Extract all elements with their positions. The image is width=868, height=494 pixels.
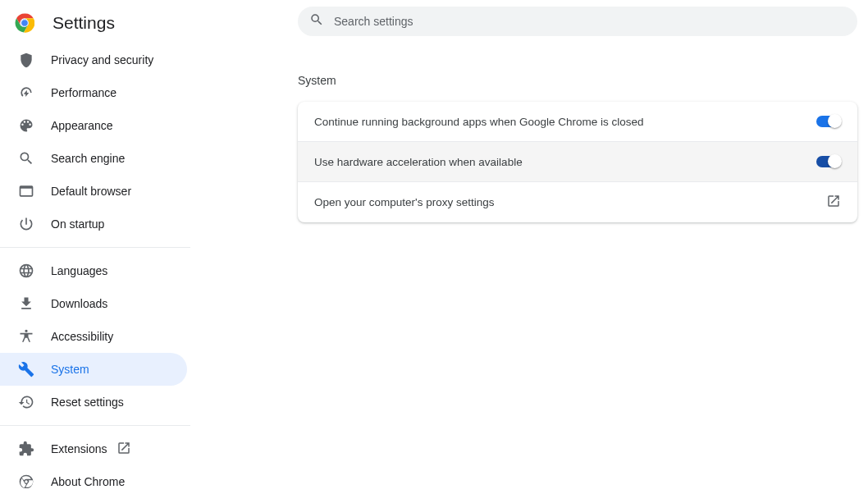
- nav-group-about: Extensions About Chrome: [0, 426, 190, 488]
- extension-icon: [18, 441, 34, 457]
- row-hardware-acceleration: Use hardware acceleration when available: [298, 142, 857, 182]
- main-content: System Continue running background apps …: [298, 7, 857, 222]
- system-settings-card: Continue running background apps when Go…: [298, 102, 857, 222]
- chrome-outline-icon: [18, 473, 34, 488]
- external-link-icon: [116, 441, 131, 458]
- sidebar[interactable]: Privacy and security Performance Appeara…: [0, 37, 190, 488]
- sidebar-item-system[interactable]: System: [0, 353, 187, 386]
- sidebar-item-label: Privacy and security: [51, 53, 153, 66]
- palette-icon: [18, 117, 34, 134]
- sidebar-item-extensions[interactable]: Extensions: [0, 432, 187, 465]
- shield-icon: [18, 52, 34, 68]
- sidebar-item-label: Accessibility: [51, 330, 113, 343]
- restore-icon: [18, 394, 34, 410]
- search-input[interactable]: [334, 15, 826, 28]
- sidebar-item-about[interactable]: About Chrome: [0, 465, 187, 488]
- sidebar-item-label: Downloads: [51, 297, 107, 310]
- sidebar-item-label: Default browser: [51, 185, 131, 198]
- accessibility-icon: [18, 328, 34, 345]
- sidebar-item-label: On startup: [51, 217, 104, 231]
- sidebar-item-label: Reset settings: [51, 396, 124, 409]
- sidebar-item-search-engine[interactable]: Search engine: [0, 142, 187, 175]
- sidebar-item-on-startup[interactable]: On startup: [0, 208, 187, 240]
- sidebar-item-label: Extensions: [51, 442, 107, 455]
- sidebar-item-label: About Chrome: [51, 475, 125, 488]
- page-title: Settings: [53, 13, 115, 33]
- sidebar-item-label: Languages: [51, 264, 107, 277]
- row-label: Continue running background apps when Go…: [314, 116, 644, 128]
- power-icon: [18, 216, 34, 232]
- sidebar-item-label: Appearance: [51, 119, 113, 132]
- globe-icon: [18, 263, 34, 279]
- sidebar-item-label: Performance: [51, 86, 116, 99]
- sidebar-item-performance[interactable]: Performance: [0, 76, 187, 109]
- browser-icon: [18, 183, 34, 199]
- search-box[interactable]: [298, 7, 857, 36]
- sidebar-item-appearance[interactable]: Appearance: [0, 109, 187, 142]
- search-icon: [18, 150, 34, 167]
- speedometer-icon: [18, 85, 34, 101]
- sidebar-item-languages[interactable]: Languages: [0, 254, 187, 287]
- row-background-apps: Continue running background apps when Go…: [298, 102, 857, 142]
- search-icon: [309, 12, 324, 30]
- chrome-logo-icon: [15, 13, 34, 33]
- external-link-icon: [826, 194, 841, 211]
- wrench-icon: [18, 361, 34, 377]
- download-icon: [18, 295, 34, 312]
- row-proxy-settings[interactable]: Open your computer's proxy settings: [298, 182, 857, 222]
- row-label: Open your computer's proxy settings: [314, 196, 494, 208]
- nav-group-advanced: Languages Downloads Accessibility System…: [0, 248, 190, 426]
- sidebar-item-accessibility[interactable]: Accessibility: [0, 320, 187, 353]
- sidebar-item-label: System: [51, 363, 89, 376]
- toggle-hardware-acceleration[interactable]: [816, 156, 841, 167]
- sidebar-item-label: Search engine: [51, 152, 125, 165]
- section-title: System: [298, 74, 857, 87]
- sidebar-item-privacy[interactable]: Privacy and security: [0, 43, 187, 76]
- sidebar-item-default-browser[interactable]: Default browser: [0, 175, 187, 208]
- sidebar-item-reset[interactable]: Reset settings: [0, 386, 187, 419]
- row-label: Use hardware acceleration when available: [314, 156, 523, 168]
- nav-group-basic: Privacy and security Performance Appeara…: [0, 37, 190, 248]
- toggle-background-apps[interactable]: [816, 116, 841, 127]
- sidebar-item-downloads[interactable]: Downloads: [0, 287, 187, 320]
